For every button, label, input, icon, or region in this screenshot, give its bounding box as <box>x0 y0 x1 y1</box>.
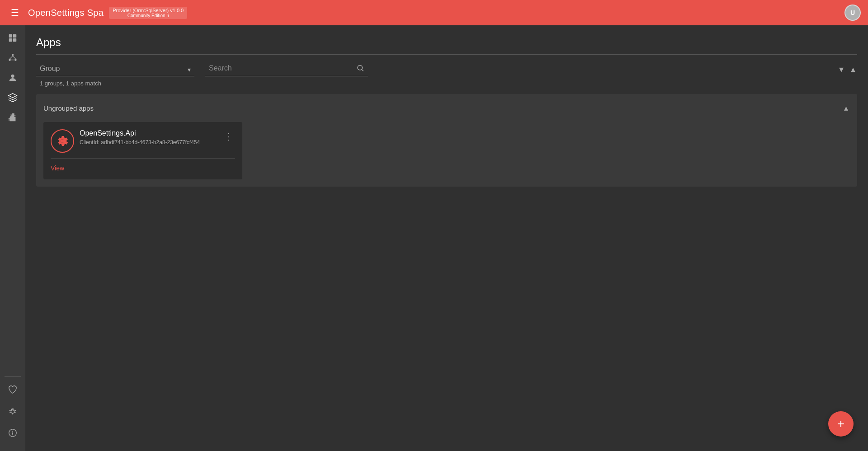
app-client-id: ClientId: adbdf741-bb4d-4673-b2a8-23e677… <box>80 139 221 146</box>
nodes-icon <box>8 53 18 63</box>
svg-rect-3 <box>13 38 16 42</box>
sidebar-item-bugs[interactable] <box>4 402 22 420</box>
info-icon <box>8 428 18 438</box>
puzzle-icon <box>8 113 18 122</box>
provider-info-icon: ℹ <box>167 13 169 18</box>
sidebar-item-users[interactable] <box>4 69 22 87</box>
sidebar-bottom <box>4 375 22 451</box>
expand-controls: ▾ ▴ <box>837 62 857 76</box>
app-card-divider <box>51 158 235 159</box>
expand-all-button[interactable]: ▴ <box>849 62 857 76</box>
sidebar-item-info[interactable] <box>4 424 22 442</box>
app-name: OpenSettings.Api <box>80 129 221 137</box>
layers-icon <box>8 93 18 103</box>
svg-line-13 <box>9 410 11 411</box>
sidebar-item-clusters[interactable] <box>4 49 22 67</box>
svg-point-21 <box>358 66 363 70</box>
bug-icon <box>8 406 18 416</box>
section-title: Ungrouped apps <box>43 104 94 112</box>
search-wrapper <box>205 62 368 76</box>
provider-line1: Provider (Orm:SqlServer) v1.0.0 <box>113 8 184 13</box>
app-gear-icon <box>56 134 69 148</box>
svg-point-10 <box>11 75 14 78</box>
svg-line-16 <box>14 413 16 413</box>
sidebar-item-dashboard[interactable] <box>4 29 22 47</box>
svg-rect-2 <box>9 38 12 42</box>
sidebar-item-favorites[interactable] <box>4 381 22 399</box>
svg-line-22 <box>362 70 363 71</box>
sidebar-item-plugins[interactable] <box>4 108 22 127</box>
filter-bar: Group All Groups ▾ ▾ ▴ <box>36 62 857 76</box>
collapse-all-button[interactable]: ▾ <box>837 62 845 76</box>
app-info: OpenSettings.Api ClientId: adbdf741-bb4d… <box>80 129 221 146</box>
app-context-menu-button[interactable]: ⋮ <box>222 129 235 144</box>
provider-line2: Community Edition ℹ <box>127 13 169 18</box>
svg-point-20 <box>12 431 13 432</box>
filter-result: 1 groups, 1 apps match <box>40 80 857 87</box>
section-header: Ungrouped apps ▴ <box>43 101 850 115</box>
svg-point-11 <box>11 410 14 413</box>
svg-point-4 <box>12 54 14 56</box>
section-collapse-button[interactable]: ▴ <box>842 101 850 115</box>
search-input[interactable] <box>205 62 368 74</box>
add-app-fab[interactable]: + <box>828 411 854 437</box>
svg-line-15 <box>9 413 11 413</box>
grid-icon <box>8 33 18 43</box>
heart-icon <box>8 385 18 395</box>
app-view-link[interactable]: View <box>51 164 64 172</box>
svg-line-8 <box>13 56 15 59</box>
app-icon <box>51 129 74 153</box>
svg-point-5 <box>9 59 11 61</box>
app-card-header: OpenSettings.Api ClientId: adbdf741-bb4d… <box>51 129 235 153</box>
app-title: OpenSettings Spa <box>28 8 104 18</box>
group-select[interactable]: Group All Groups <box>36 63 194 74</box>
app-card: OpenSettings.Api ClientId: adbdf741-bb4d… <box>43 122 242 179</box>
user-avatar[interactable]: U <box>844 5 861 21</box>
svg-line-14 <box>14 410 16 411</box>
sidebar <box>0 25 25 451</box>
main-content: Apps Group All Groups ▾ ▾ ▴ 1 groups, 1 … <box>25 25 868 451</box>
svg-rect-1 <box>13 34 16 38</box>
person-icon <box>8 73 18 83</box>
svg-point-6 <box>14 59 17 61</box>
ungrouped-section: Ungrouped apps ▴ OpenSettings.Api Client… <box>36 94 857 187</box>
group-select-wrapper: Group All Groups ▾ <box>36 63 194 76</box>
page-title: Apps <box>36 36 857 55</box>
svg-line-7 <box>10 56 13 59</box>
sidebar-divider <box>5 376 21 377</box>
svg-rect-0 <box>9 34 12 38</box>
provider-badge: Provider (Orm:SqlServer) v1.0.0 Communit… <box>109 7 187 19</box>
hamburger-button[interactable]: ☰ <box>7 4 23 22</box>
sidebar-item-apps[interactable] <box>4 89 22 107</box>
search-icon[interactable] <box>356 64 364 75</box>
top-header: ☰ OpenSettings Spa Provider (Orm:SqlServ… <box>0 0 868 25</box>
svg-point-23 <box>61 139 64 143</box>
